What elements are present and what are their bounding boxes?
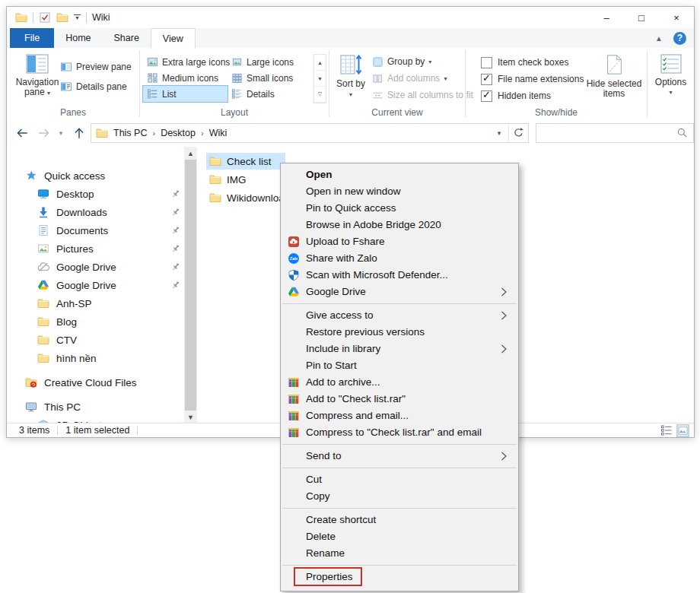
help-icon[interactable]: ? [673,32,686,45]
breadcrumb-segment-wiki[interactable]: Wiki [204,128,233,138]
hide-selected-items-button[interactable]: Hide selected items [584,52,644,99]
sidebar-item-google-drive[interactable]: Google Drive [7,258,197,276]
sidebar-item-documents[interactable]: Documents [7,221,197,239]
checkbox-item-check-boxes[interactable]: Item check boxes [481,54,584,71]
zalo-icon: Zalo [288,252,300,265]
separator [137,426,138,435]
layout-option-details[interactable]: Details [228,86,312,102]
context-menu-item-copy[interactable]: Copy [281,488,518,505]
layout-option-small-icons[interactable]: Small icons [228,70,312,86]
tab-file[interactable]: File [10,28,54,48]
collapse-ribbon-icon[interactable]: ▲ [655,34,663,43]
scroll-thumb[interactable] [185,160,196,411]
group-by-button[interactable]: Group by▾ [372,55,473,68]
context-menu-item-add-to-check-list-rar[interactable]: Add to "Check list.rar" [281,391,518,407]
scroll-down-icon[interactable]: ▼ [184,411,197,423]
tab-share[interactable]: Share [103,28,151,48]
sidebar-scrollbar[interactable]: ▲ ▼ [184,147,197,423]
checkbox-file-name-extensions[interactable]: File name extensions [481,71,584,87]
context-menu-item-pin-to-start[interactable]: Pin to Start [281,357,518,374]
creative-cloud-folder-icon [25,376,37,388]
context-menu-item-google-drive[interactable]: Google Drive [281,284,518,300]
context-menu-item-compress-to-check-list-rar-and-email[interactable]: Compress to "Check list.rar" and email [281,424,518,441]
context-menu-item-pin-to-quick-access[interactable]: Pin to Quick access [281,200,518,217]
sidebar-item-blog[interactable]: Blog [7,312,197,331]
file-item-check-list[interactable]: Check list [206,153,285,170]
details-pane-button[interactable]: Details pane [60,80,127,94]
address-bar[interactable]: This PC›Desktop›Wiki ▾ [91,123,509,143]
context-menu-item-upload-to-fshare[interactable]: Upload to Fshare [281,233,518,250]
gallery-scroll-down-icon[interactable]: ▼ [314,71,326,87]
context-menu-item-open[interactable]: Open [281,166,518,183]
folder-icon [37,334,49,346]
file-item-img[interactable]: IMG [206,171,260,188]
forward-icon[interactable] [34,126,54,140]
refresh-button[interactable] [508,123,529,143]
sidebar-item-google-drive[interactable]: Google Drive [7,276,197,294]
sidebar-item-desktop[interactable]: Desktop [7,185,197,203]
up-icon[interactable] [68,126,91,140]
window-title: Wiki [92,12,110,23]
checked-checkbox-icon[interactable] [481,74,492,85]
qat-dropdown-icon[interactable]: ▾ [74,14,81,21]
details-view-toggle-icon[interactable] [660,424,673,436]
sidebar-item-downloads[interactable]: Downloads [7,203,197,221]
address-dropdown-icon[interactable]: ▾ [490,129,508,137]
breadcrumb-segment-this-pc[interactable]: This PC [108,128,152,138]
context-menu-item-open-in-new-window[interactable]: Open in new window [281,183,518,200]
context-menu-item-cut[interactable]: Cut [281,471,518,488]
sort-by-button[interactable]: Sort by ▾ [334,52,368,100]
context-menu-item-give-access-to[interactable]: Give access to [281,307,518,324]
preview-pane-button[interactable]: Preview pane [60,60,132,74]
layout-option-medium-icons[interactable]: Medium icons [143,70,228,86]
layout-option-large-icons[interactable]: Large icons [228,54,312,70]
context-menu-item-create-shortcut[interactable]: Create shortcut [281,512,518,528]
sidebar-item-ctv[interactable]: CTV [7,331,197,349]
context-menu-item-share-with-zalo[interactable]: ZaloShare with Zalo [281,250,518,267]
folder-icon[interactable] [56,11,68,24]
context-menu-item-include-in-library[interactable]: Include in library [281,341,518,357]
pin-icon [170,244,180,256]
search-input[interactable] [536,128,676,138]
check-icon[interactable] [39,11,51,24]
layout-option-extra-large-icons[interactable]: Extra large icons [143,54,228,70]
sidebar-item-pictures[interactable]: Pictures [7,239,197,258]
context-menu-item-properties[interactable]: Properties [281,569,518,585]
context-menu-item-rename[interactable]: Rename [281,545,518,562]
tab-view[interactable]: View [151,28,196,49]
layout-option-list[interactable]: List [143,86,228,102]
gallery-scroll-up-icon[interactable]: ▲ [314,55,326,71]
thumbnail-view-toggle-icon[interactable] [676,424,689,437]
ribbon-tabs: File Home Share View ▲ ? [7,28,694,49]
sidebar-item-creative-cloud-files[interactable]: Creative Cloud Files [7,373,197,392]
sidebar-item-h-nh-n-n[interactable]: hình nền [7,349,197,367]
close-button[interactable]: × [659,7,694,28]
checkbox-hidden-items[interactable]: Hidden items [481,87,584,104]
context-menu-item-restore-previous-versions[interactable]: Restore previous versions [281,324,518,341]
gallery-more-icon[interactable]: ▽ [314,87,326,103]
unchecked-checkbox-icon[interactable] [481,57,492,68]
minimize-button[interactable]: – [589,7,624,28]
breadcrumb-segment-desktop[interactable]: Desktop [155,128,201,138]
scroll-up-icon[interactable]: ▲ [184,147,197,160]
context-menu-item-send-to[interactable]: Send to [281,448,518,465]
context-menu-item-browse-in-adobe-bridge-2020[interactable]: Browse in Adobe Bridge 2020 [281,217,518,233]
context-menu-item-scan-with-microsoft-defender[interactable]: Scan with Microsoft Defender... [281,267,518,284]
sidebar-item-this-pc[interactable]: This PC [7,398,197,416]
recent-locations-icon[interactable]: ▾ [54,129,68,137]
sidebar-item-anh-sp[interactable]: Anh-SP [7,294,197,312]
context-menu-item-compress-and-email[interactable]: Compress and email... [281,407,518,424]
search-icon[interactable] [676,127,688,138]
back-icon[interactable] [10,126,34,140]
tab-home[interactable]: Home [54,28,102,48]
context-menu-item-delete[interactable]: Delete [281,528,518,545]
navigation-pane-button[interactable]: Navigation pane ▾ [16,52,59,98]
sidebar-item-quick-access[interactable]: Quick access [7,166,197,185]
size-columns-icon [372,90,383,101]
ribbon-group-layout: Extra large iconsLarge iconsMedium icons… [140,48,329,119]
maximize-button[interactable]: □ [624,7,659,28]
google-drive-cloud-icon [37,261,49,273]
options-button[interactable]: Options ▾ [650,52,692,97]
context-menu-item-add-to-archive[interactable]: Add to archive... [281,374,518,391]
checked-checkbox-icon[interactable] [481,90,492,102]
